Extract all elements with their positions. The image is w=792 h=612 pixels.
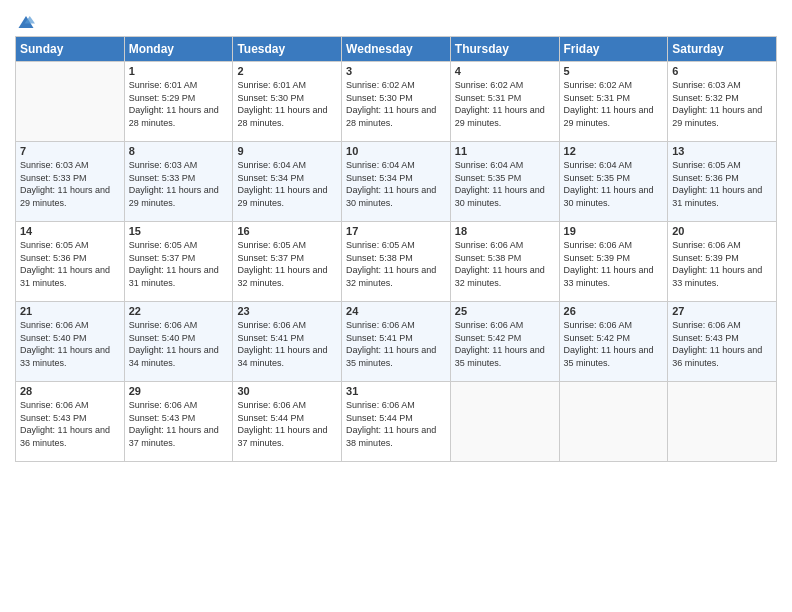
- calendar-cell: [16, 62, 125, 142]
- calendar-cell: 25 Sunrise: 6:06 AMSunset: 5:42 PMDaylig…: [450, 302, 559, 382]
- calendar-cell: [559, 382, 668, 462]
- day-number: 16: [237, 225, 337, 237]
- day-number: 7: [20, 145, 120, 157]
- day-info: Sunrise: 6:03 AMSunset: 5:33 PMDaylight:…: [129, 159, 229, 209]
- day-info: Sunrise: 6:06 AMSunset: 5:41 PMDaylight:…: [237, 319, 337, 369]
- day-number: 25: [455, 305, 555, 317]
- day-info: Sunrise: 6:02 AMSunset: 5:31 PMDaylight:…: [564, 79, 664, 129]
- day-info: Sunrise: 6:06 AMSunset: 5:44 PMDaylight:…: [346, 399, 446, 449]
- day-info: Sunrise: 6:06 AMSunset: 5:43 PMDaylight:…: [672, 319, 772, 369]
- calendar-cell: 10 Sunrise: 6:04 AMSunset: 5:34 PMDaylig…: [342, 142, 451, 222]
- calendar-cell: 19 Sunrise: 6:06 AMSunset: 5:39 PMDaylig…: [559, 222, 668, 302]
- day-info: Sunrise: 6:01 AMSunset: 5:30 PMDaylight:…: [237, 79, 337, 129]
- day-info: Sunrise: 6:05 AMSunset: 5:38 PMDaylight:…: [346, 239, 446, 289]
- calendar-cell: 21 Sunrise: 6:06 AMSunset: 5:40 PMDaylig…: [16, 302, 125, 382]
- calendar-cell: 16 Sunrise: 6:05 AMSunset: 5:37 PMDaylig…: [233, 222, 342, 302]
- day-number: 21: [20, 305, 120, 317]
- day-info: Sunrise: 6:05 AMSunset: 5:36 PMDaylight:…: [672, 159, 772, 209]
- day-info: Sunrise: 6:06 AMSunset: 5:38 PMDaylight:…: [455, 239, 555, 289]
- header: [15, 10, 777, 30]
- day-info: Sunrise: 6:04 AMSunset: 5:34 PMDaylight:…: [346, 159, 446, 209]
- day-info: Sunrise: 6:02 AMSunset: 5:30 PMDaylight:…: [346, 79, 446, 129]
- day-info: Sunrise: 6:04 AMSunset: 5:35 PMDaylight:…: [564, 159, 664, 209]
- calendar-cell: [450, 382, 559, 462]
- day-number: 22: [129, 305, 229, 317]
- day-number: 23: [237, 305, 337, 317]
- day-number: 29: [129, 385, 229, 397]
- calendar-cell: 14 Sunrise: 6:05 AMSunset: 5:36 PMDaylig…: [16, 222, 125, 302]
- calendar-cell: 9 Sunrise: 6:04 AMSunset: 5:34 PMDayligh…: [233, 142, 342, 222]
- day-number: 2: [237, 65, 337, 77]
- col-wednesday: Wednesday: [342, 37, 451, 62]
- day-info: Sunrise: 6:06 AMSunset: 5:41 PMDaylight:…: [346, 319, 446, 369]
- calendar-cell: 13 Sunrise: 6:05 AMSunset: 5:36 PMDaylig…: [668, 142, 777, 222]
- calendar-cell: 30 Sunrise: 6:06 AMSunset: 5:44 PMDaylig…: [233, 382, 342, 462]
- day-info: Sunrise: 6:06 AMSunset: 5:39 PMDaylight:…: [672, 239, 772, 289]
- day-info: Sunrise: 6:06 AMSunset: 5:39 PMDaylight:…: [564, 239, 664, 289]
- day-number: 19: [564, 225, 664, 237]
- day-number: 15: [129, 225, 229, 237]
- calendar-cell: 4 Sunrise: 6:02 AMSunset: 5:31 PMDayligh…: [450, 62, 559, 142]
- calendar-cell: 23 Sunrise: 6:06 AMSunset: 5:41 PMDaylig…: [233, 302, 342, 382]
- day-number: 5: [564, 65, 664, 77]
- day-info: Sunrise: 6:06 AMSunset: 5:40 PMDaylight:…: [129, 319, 229, 369]
- day-number: 27: [672, 305, 772, 317]
- calendar-cell: 26 Sunrise: 6:06 AMSunset: 5:42 PMDaylig…: [559, 302, 668, 382]
- calendar-cell: 7 Sunrise: 6:03 AMSunset: 5:33 PMDayligh…: [16, 142, 125, 222]
- calendar-cell: 5 Sunrise: 6:02 AMSunset: 5:31 PMDayligh…: [559, 62, 668, 142]
- day-info: Sunrise: 6:06 AMSunset: 5:40 PMDaylight:…: [20, 319, 120, 369]
- day-number: 20: [672, 225, 772, 237]
- day-number: 13: [672, 145, 772, 157]
- day-number: 3: [346, 65, 446, 77]
- calendar-cell: 11 Sunrise: 6:04 AMSunset: 5:35 PMDaylig…: [450, 142, 559, 222]
- day-number: 10: [346, 145, 446, 157]
- day-info: Sunrise: 6:06 AMSunset: 5:43 PMDaylight:…: [20, 399, 120, 449]
- day-info: Sunrise: 6:05 AMSunset: 5:36 PMDaylight:…: [20, 239, 120, 289]
- day-number: 18: [455, 225, 555, 237]
- day-number: 12: [564, 145, 664, 157]
- calendar-cell: 18 Sunrise: 6:06 AMSunset: 5:38 PMDaylig…: [450, 222, 559, 302]
- col-sunday: Sunday: [16, 37, 125, 62]
- day-info: Sunrise: 6:06 AMSunset: 5:42 PMDaylight:…: [564, 319, 664, 369]
- calendar-cell: 15 Sunrise: 6:05 AMSunset: 5:37 PMDaylig…: [124, 222, 233, 302]
- day-number: 17: [346, 225, 446, 237]
- calendar-cell: 17 Sunrise: 6:05 AMSunset: 5:38 PMDaylig…: [342, 222, 451, 302]
- calendar-cell: 12 Sunrise: 6:04 AMSunset: 5:35 PMDaylig…: [559, 142, 668, 222]
- day-number: 8: [129, 145, 229, 157]
- calendar-cell: 31 Sunrise: 6:06 AMSunset: 5:44 PMDaylig…: [342, 382, 451, 462]
- day-info: Sunrise: 6:05 AMSunset: 5:37 PMDaylight:…: [237, 239, 337, 289]
- day-number: 26: [564, 305, 664, 317]
- logo: [15, 10, 35, 30]
- calendar-cell: 29 Sunrise: 6:06 AMSunset: 5:43 PMDaylig…: [124, 382, 233, 462]
- day-number: 28: [20, 385, 120, 397]
- col-saturday: Saturday: [668, 37, 777, 62]
- calendar-cell: 6 Sunrise: 6:03 AMSunset: 5:32 PMDayligh…: [668, 62, 777, 142]
- calendar-cell: 22 Sunrise: 6:06 AMSunset: 5:40 PMDaylig…: [124, 302, 233, 382]
- day-number: 11: [455, 145, 555, 157]
- calendar-cell: 27 Sunrise: 6:06 AMSunset: 5:43 PMDaylig…: [668, 302, 777, 382]
- logo-icon: [17, 14, 35, 30]
- day-info: Sunrise: 6:03 AMSunset: 5:33 PMDaylight:…: [20, 159, 120, 209]
- day-number: 9: [237, 145, 337, 157]
- day-info: Sunrise: 6:06 AMSunset: 5:44 PMDaylight:…: [237, 399, 337, 449]
- col-tuesday: Tuesday: [233, 37, 342, 62]
- day-info: Sunrise: 6:06 AMSunset: 5:42 PMDaylight:…: [455, 319, 555, 369]
- day-number: 6: [672, 65, 772, 77]
- calendar-cell: 8 Sunrise: 6:03 AMSunset: 5:33 PMDayligh…: [124, 142, 233, 222]
- day-number: 30: [237, 385, 337, 397]
- calendar-cell: 28 Sunrise: 6:06 AMSunset: 5:43 PMDaylig…: [16, 382, 125, 462]
- day-info: Sunrise: 6:06 AMSunset: 5:43 PMDaylight:…: [129, 399, 229, 449]
- day-number: 14: [20, 225, 120, 237]
- calendar-cell: 1 Sunrise: 6:01 AMSunset: 5:29 PMDayligh…: [124, 62, 233, 142]
- day-info: Sunrise: 6:02 AMSunset: 5:31 PMDaylight:…: [455, 79, 555, 129]
- day-info: Sunrise: 6:05 AMSunset: 5:37 PMDaylight:…: [129, 239, 229, 289]
- day-info: Sunrise: 6:01 AMSunset: 5:29 PMDaylight:…: [129, 79, 229, 129]
- day-number: 31: [346, 385, 446, 397]
- day-info: Sunrise: 6:04 AMSunset: 5:35 PMDaylight:…: [455, 159, 555, 209]
- calendar-cell: [668, 382, 777, 462]
- calendar-cell: 2 Sunrise: 6:01 AMSunset: 5:30 PMDayligh…: [233, 62, 342, 142]
- day-number: 24: [346, 305, 446, 317]
- col-monday: Monday: [124, 37, 233, 62]
- calendar-cell: 3 Sunrise: 6:02 AMSunset: 5:30 PMDayligh…: [342, 62, 451, 142]
- day-number: 1: [129, 65, 229, 77]
